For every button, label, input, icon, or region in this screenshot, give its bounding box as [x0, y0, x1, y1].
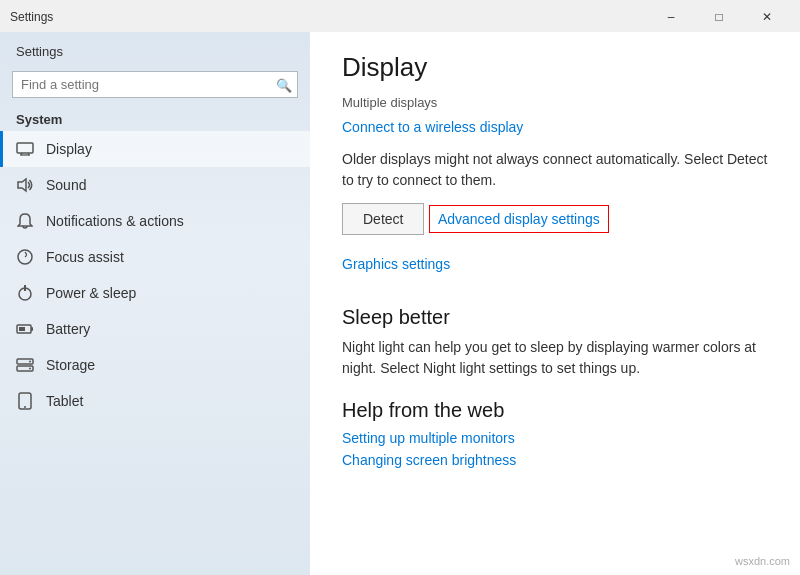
sidebar-item-battery[interactable]: Battery — [0, 311, 310, 347]
sidebar-item-storage[interactable]: Storage — [0, 347, 310, 383]
sidebar-item-sound-label: Sound — [46, 177, 86, 193]
title-bar: Settings – □ ✕ — [0, 0, 800, 32]
display-icon — [16, 140, 34, 158]
sidebar-item-tablet[interactable]: Tablet — [0, 383, 310, 419]
sidebar: Settings 🔍 System Display Sound Notifica… — [0, 32, 310, 575]
battery-icon — [16, 320, 34, 338]
tablet-icon — [16, 392, 34, 410]
sidebar-item-power[interactable]: Power & sleep — [0, 275, 310, 311]
content-area: Display Multiple displays Connect to a w… — [310, 32, 800, 575]
window-controls: – □ ✕ — [648, 6, 790, 28]
svg-rect-0 — [17, 143, 33, 153]
watermark: wsxdn.com — [735, 555, 790, 567]
sidebar-item-focus-label: Focus assist — [46, 249, 124, 265]
scroll-hint: Multiple displays — [342, 95, 768, 110]
svg-marker-4 — [18, 179, 26, 191]
graphics-settings-link[interactable]: Graphics settings — [342, 256, 450, 272]
maximize-button[interactable]: □ — [696, 6, 742, 28]
wireless-display-link[interactable]: Connect to a wireless display — [342, 119, 523, 135]
sleep-title: Sleep better — [342, 306, 768, 329]
sidebar-item-tablet-label: Tablet — [46, 393, 83, 409]
sidebar-item-power-label: Power & sleep — [46, 285, 136, 301]
main-container: Settings 🔍 System Display Sound Notifica… — [0, 32, 800, 575]
sidebar-title: Settings — [0, 32, 310, 67]
sidebar-item-battery-label: Battery — [46, 321, 90, 337]
sleep-description: Night light can help you get to sleep by… — [342, 337, 768, 379]
sidebar-item-focus[interactable]: Focus assist — [0, 239, 310, 275]
close-button[interactable]: ✕ — [744, 6, 790, 28]
svg-rect-9 — [31, 327, 33, 331]
notifications-icon — [16, 212, 34, 230]
sidebar-item-display-label: Display — [46, 141, 92, 157]
app-title: Settings — [10, 10, 53, 24]
svg-point-16 — [24, 406, 26, 408]
sidebar-item-display[interactable]: Display — [0, 131, 310, 167]
search-icon: 🔍 — [276, 77, 292, 92]
sound-icon — [16, 176, 34, 194]
sidebar-item-notifications-label: Notifications & actions — [46, 213, 184, 229]
web-link-1[interactable]: Setting up multiple monitors — [342, 430, 768, 446]
page-title: Display — [342, 52, 768, 83]
svg-rect-10 — [19, 327, 25, 331]
search-box: 🔍 — [12, 71, 298, 98]
advanced-link-box: Advanced display settings — [429, 205, 609, 233]
system-label: System — [0, 106, 310, 131]
storage-icon — [16, 356, 34, 374]
search-input[interactable] — [12, 71, 298, 98]
power-icon — [16, 284, 34, 302]
sidebar-item-storage-label: Storage — [46, 357, 95, 373]
web-title: Help from the web — [342, 399, 768, 422]
sidebar-item-sound[interactable]: Sound — [0, 167, 310, 203]
svg-point-13 — [29, 361, 31, 363]
web-link-2[interactable]: Changing screen brightness — [342, 452, 768, 468]
focus-icon — [16, 248, 34, 266]
minimize-button[interactable]: – — [648, 6, 694, 28]
detect-button[interactable]: Detect — [342, 203, 424, 235]
sidebar-item-notifications[interactable]: Notifications & actions — [0, 203, 310, 239]
svg-point-14 — [29, 368, 31, 370]
advanced-display-link[interactable]: Advanced display settings — [438, 211, 600, 227]
detect-description: Older displays might not always connect … — [342, 149, 768, 191]
